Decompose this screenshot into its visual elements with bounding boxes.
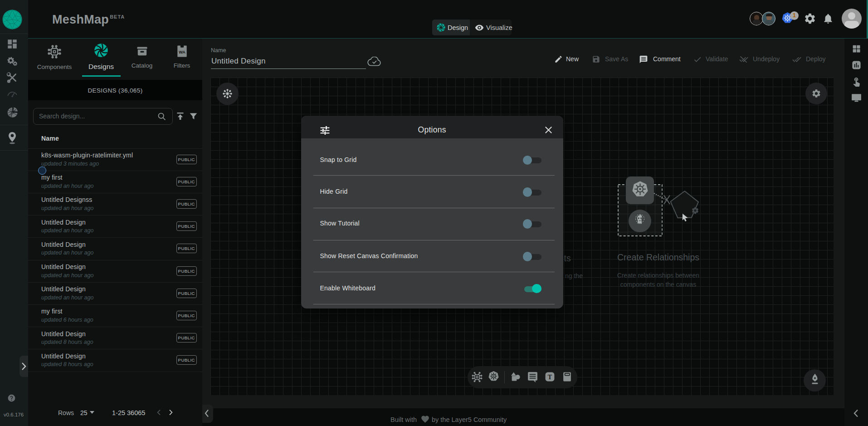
svg-text:T: T <box>548 373 552 381</box>
svg-text:WA: WA <box>179 50 185 54</box>
